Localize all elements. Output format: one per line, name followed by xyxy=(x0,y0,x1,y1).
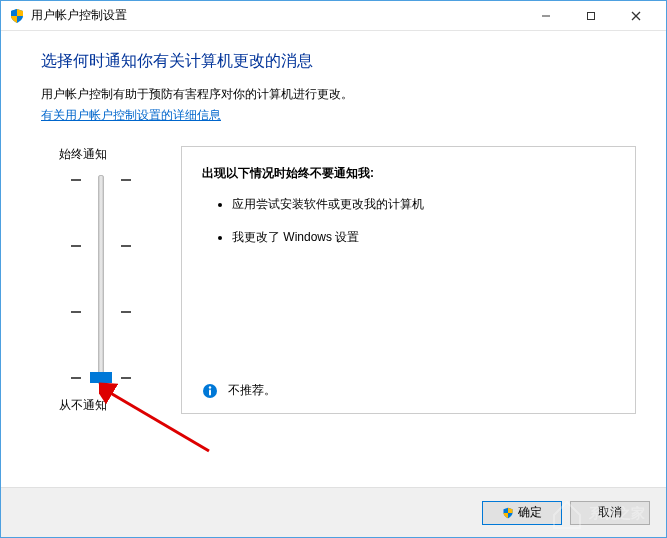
minimize-button[interactable] xyxy=(523,1,568,30)
uac-settings-window: 用户帐户控制设置 选择何时通知你有关计算机更改的消息 用户帐户控制有助于预防有害… xyxy=(0,0,667,538)
shield-icon xyxy=(9,8,25,24)
slider-tick xyxy=(71,311,131,312)
window-controls xyxy=(523,1,658,30)
description-text: 用户帐户控制有助于预防有害程序对你的计算机进行更改。 xyxy=(41,86,636,103)
info-panel-title: 出现以下情况时始终不要通知我: xyxy=(202,165,615,182)
shield-icon xyxy=(502,507,514,519)
titlebar: 用户帐户控制设置 xyxy=(1,1,666,31)
info-list-item: 应用尝试安装软件或更改我的计算机 xyxy=(232,196,615,213)
content-area: 选择何时通知你有关计算机更改的消息 用户帐户控制有助于预防有害程序对你的计算机进… xyxy=(1,31,666,487)
page-heading: 选择何时通知你有关计算机更改的消息 xyxy=(41,51,636,72)
body-area: 始终通知 从不通知 出现以下情况时始终不要通知我: 应用尝试安装软件或更改我的计… xyxy=(41,146,636,414)
info-footer: 不推荐。 xyxy=(202,374,615,399)
info-panel: 出现以下情况时始终不要通知我: 应用尝试安装软件或更改我的计算机 我更改了 Wi… xyxy=(181,146,636,414)
cancel-button[interactable]: 取消 xyxy=(570,501,650,525)
slider-label-top: 始终通知 xyxy=(59,146,107,163)
maximize-button[interactable] xyxy=(568,1,613,30)
slider-tick xyxy=(71,179,131,180)
cancel-button-label: 取消 xyxy=(598,504,622,521)
svg-rect-1 xyxy=(587,12,594,19)
close-button[interactable] xyxy=(613,1,658,30)
info-list-item: 我更改了 Windows 设置 xyxy=(232,229,615,246)
info-list: 应用尝试安装软件或更改我的计算机 我更改了 Windows 设置 xyxy=(202,196,615,374)
window-title: 用户帐户控制设置 xyxy=(31,7,523,24)
uac-slider[interactable] xyxy=(71,175,131,385)
slider-thumb[interactable] xyxy=(90,372,112,383)
dialog-footer: 确定 取消 系统之家 xyxy=(1,487,666,537)
slider-label-bottom: 从不通知 xyxy=(59,397,107,414)
svg-point-5 xyxy=(209,386,211,388)
slider-track xyxy=(98,175,104,385)
more-info-link[interactable]: 有关用户帐户控制设置的详细信息 xyxy=(41,107,221,124)
slider-tick xyxy=(71,245,131,246)
svg-rect-6 xyxy=(209,389,211,395)
info-footer-text: 不推荐。 xyxy=(228,382,276,399)
info-icon xyxy=(202,383,218,399)
slider-column: 始终通知 从不通知 xyxy=(41,146,161,414)
ok-button-label: 确定 xyxy=(518,504,542,521)
ok-button[interactable]: 确定 xyxy=(482,501,562,525)
